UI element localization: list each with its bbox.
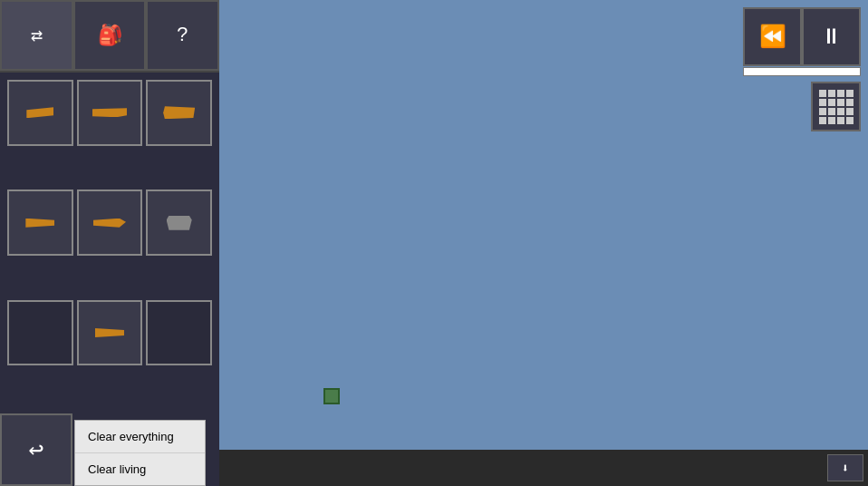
- grid-icon: [819, 90, 854, 124]
- exit-icon: ↩: [29, 434, 44, 465]
- toolbar: ⇄ 🎒 ?: [0, 0, 219, 73]
- grid-toggle-button[interactable]: [811, 82, 861, 131]
- weapon-cell-empty1[interactable]: [7, 300, 73, 366]
- ground-bar: ⬇: [219, 450, 868, 486]
- help-button[interactable]: ?: [146, 0, 219, 71]
- clear-everything-button[interactable]: Clear everything: [75, 421, 205, 453]
- context-menu: Clear everything Clear living: [74, 420, 206, 486]
- player-entity: [323, 388, 340, 404]
- question-icon: ?: [177, 24, 188, 47]
- swap-icon: ⇄: [31, 24, 43, 48]
- pause-icon: ⏸: [821, 24, 843, 50]
- weapon-cell-empty2[interactable]: [146, 300, 212, 366]
- weapon-cell-shotgun[interactable]: [146, 80, 212, 146]
- weapon-cell-launcher[interactable]: [146, 190, 212, 256]
- swap-button[interactable]: ⇄: [0, 0, 73, 71]
- backpack-button[interactable]: 🎒: [73, 0, 147, 71]
- weapon-cell-rifle[interactable]: [77, 80, 143, 146]
- sidebar: ⇄ 🎒 ? ↩ Clear everything Clear living: [0, 0, 219, 486]
- progress-bar-container: [743, 67, 861, 76]
- rewind-icon: ⏪: [759, 24, 786, 50]
- rewind-button[interactable]: ⏪: [743, 7, 802, 66]
- weapon-cell-sniper[interactable]: [77, 190, 143, 256]
- bottom-right-control[interactable]: ⬇: [827, 454, 863, 481]
- down-icon: ⬇: [842, 461, 849, 476]
- weapon-grid: [0, 73, 219, 413]
- weapon-cell-minigun[interactable]: [77, 300, 143, 366]
- weapon-cell-pistol[interactable]: [7, 80, 73, 146]
- pause-button[interactable]: ⏸: [802, 7, 861, 66]
- exit-button[interactable]: ↩: [0, 413, 72, 486]
- backpack-icon: 🎒: [98, 24, 122, 48]
- sidebar-bottom: ↩ Clear everything Clear living: [0, 413, 219, 486]
- weapon-cell-smg[interactable]: [7, 190, 73, 256]
- progress-bar: [744, 68, 860, 75]
- top-right-controls: ⏪ ⏸: [736, 0, 868, 73]
- clear-living-button[interactable]: Clear living: [75, 453, 205, 485]
